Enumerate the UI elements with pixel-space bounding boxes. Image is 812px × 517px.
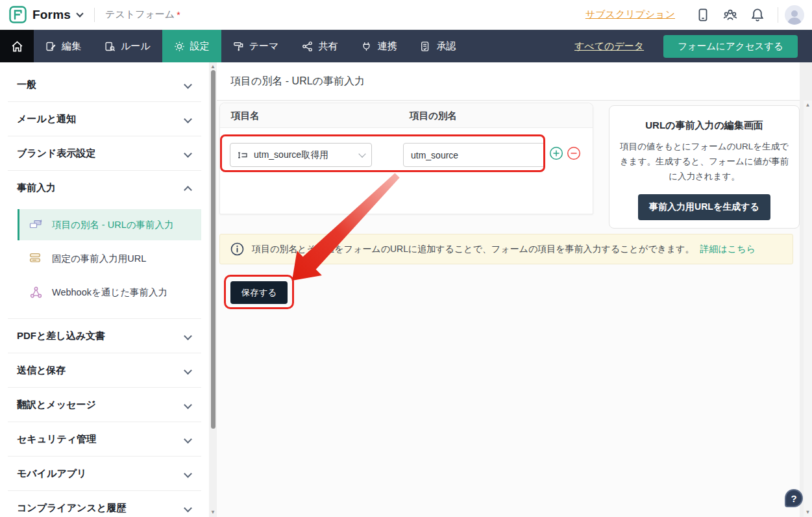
sidebar-item-general[interactable]: 一般 [8, 68, 201, 102]
sidebar-item-label: コンプライアンスと履歴 [8, 502, 126, 514]
chevron-down-icon [184, 81, 192, 89]
url-prefill-panel: URLの事前入力の編集画面 項目の値をもとにフォームのURLを生成できます。生成… [609, 105, 800, 229]
content-scrollbar[interactable]: ▲ ▼ [804, 101, 812, 517]
sidebar-subitem-label: 固定の事前入力用URL [52, 253, 146, 265]
user-avatar[interactable] [785, 5, 804, 25]
webhook-icon [29, 286, 43, 299]
chevron-down-icon [184, 470, 192, 478]
sidebar-subitem-label: Webhookを通じた事前入力 [52, 286, 167, 299]
scroll-down-icon[interactable]: ▼ [806, 510, 811, 515]
sidebar-item-label: モバイルアプリ [8, 468, 86, 480]
column-header-field-name: 項目名 [231, 103, 260, 128]
sidebar-subitem-label: 項目の別名 - URLの事前入力 [52, 219, 174, 231]
approval-doc-icon [420, 41, 431, 52]
share-nodes-icon [302, 41, 313, 52]
page-title: 項目の別名 - URLの事前入力 [230, 75, 365, 88]
alias-table-card: 項目名 項目の別名 utm_source取得用 [219, 103, 593, 214]
form-nav-bar: 編集 ルール 設定 テーマ [0, 30, 812, 62]
theme-brush-icon [233, 41, 244, 52]
add-row-button[interactable] [549, 146, 563, 160]
home-button[interactable] [0, 30, 34, 62]
tab-approvals[interactable]: 承認 [408, 30, 467, 62]
tab-integrations[interactable]: 連携 [349, 30, 408, 62]
sidebar-subitem-field-alias-url-prefill[interactable]: 項目の別名 - URLの事前入力 [18, 209, 201, 240]
sidebar-item-label: ブランド表示設定 [8, 147, 95, 160]
chevron-down-icon [358, 150, 365, 157]
subscription-link[interactable]: サブスクリプション [585, 8, 675, 21]
sidebar-item-label: セキュリティ管理 [8, 433, 96, 446]
help-button[interactable]: ? [785, 489, 803, 507]
integration-plug-icon [361, 41, 372, 52]
chevron-down-icon [184, 149, 192, 158]
sidebar-item-prefill[interactable]: 事前入力 [8, 171, 201, 205]
page-title-bar: 項目の別名 - URLの事前入力 [217, 62, 800, 101]
field-alias-icon [29, 219, 43, 231]
sidebar-item-label: メールと通知 [8, 113, 76, 125]
edit-icon [45, 41, 56, 52]
top-bar: Forms テストフォーム * サブスクリプション [0, 0, 812, 30]
scroll-up-icon[interactable]: ▲ [806, 103, 811, 108]
sidebar-item-email-notifications[interactable]: メールと通知 [8, 102, 201, 136]
info-icon [230, 242, 244, 256]
chevron-down-icon [184, 115, 192, 123]
chevron-down-icon [184, 504, 192, 512]
info-text: 項目の別名とその値をフォームのURLに追加することで、フォームの項目を事前入力す… [252, 244, 695, 255]
sidebar-item-compliance-history[interactable]: コンプライアンスと履歴 [8, 491, 201, 517]
sidebar-item-pdf-merge[interactable]: PDFと差し込み文書 [8, 319, 201, 353]
alias-input[interactable] [403, 143, 545, 167]
tab-edit[interactable]: 編集 [34, 30, 93, 62]
gear-icon [174, 41, 185, 52]
tab-label: 承認 [436, 40, 456, 53]
panel-title: URLの事前入力の編集画面 [609, 120, 799, 132]
rules-icon [105, 41, 116, 52]
sidebar-subitem-fixed-prefill-url[interactable]: 固定の事前入力用URL [18, 243, 201, 274]
details-link[interactable]: 詳細はこちら [700, 244, 756, 255]
sidebar-scrollbar[interactable]: ▲ ▼ [209, 62, 217, 517]
tab-label: 設定 [190, 40, 210, 53]
tab-rules[interactable]: ルール [93, 30, 162, 62]
form-title[interactable]: テストフォーム [105, 8, 175, 21]
prefill-submenu: 項目の別名 - URLの事前入力 固定の事前入力用URL [8, 205, 201, 319]
users-icon[interactable] [723, 8, 737, 22]
save-button[interactable]: 保存する [230, 281, 288, 304]
scroll-up-icon[interactable]: ▲ [210, 64, 215, 69]
access-form-button[interactable]: フォームにアクセスする [663, 35, 798, 58]
app-name: Forms [32, 8, 71, 22]
field-select-dropdown[interactable]: utm_source取得用 [230, 143, 372, 167]
unsaved-asterisk: * [177, 10, 180, 20]
all-data-link[interactable]: すべてのデータ [574, 40, 644, 53]
tab-settings[interactable]: 設定 [162, 30, 221, 62]
sidebar-item-security[interactable]: セキュリティ管理 [8, 422, 201, 457]
table-header-row: 項目名 項目の別名 [220, 103, 593, 128]
single-line-field-icon [237, 150, 248, 160]
panel-description: 項目の値をもとにフォームのURLを生成できます。生成すると、フォームに値が事前に… [619, 140, 790, 184]
generate-prefill-url-button[interactable]: 事前入力用URLを生成する [638, 194, 770, 220]
sidebar-item-label: 翻訳とメッセージ [8, 399, 96, 411]
sidebar-scrollbar-thumb[interactable] [211, 70, 215, 429]
divider [778, 7, 778, 23]
fixed-url-icon [29, 253, 43, 264]
tab-label: 編集 [62, 40, 81, 53]
info-bar: 項目の別名とその値をフォームのURLに追加することで、フォームの項目を事前入力す… [219, 234, 793, 264]
settings-sidebar: 一般 メールと通知 ブランド表示設定 事前入力 項目の別名 - URLの事前入力 [0, 62, 209, 517]
sidebar-subitem-webhook-prefill[interactable]: Webhookを通じた事前入力 [18, 277, 201, 308]
tab-theme[interactable]: テーマ [221, 30, 291, 62]
field-select-value: utm_source取得用 [254, 149, 360, 161]
divider [94, 8, 95, 22]
sidebar-item-submit-save[interactable]: 送信と保存 [8, 353, 201, 388]
tab-share[interactable]: 共有 [290, 30, 349, 62]
chevron-down-icon [184, 332, 192, 340]
forms-logo-icon [9, 6, 27, 23]
chevron-down-icon [184, 435, 192, 444]
app-switcher-chevron-icon[interactable] [76, 10, 83, 17]
scroll-down-icon[interactable]: ▼ [210, 510, 215, 515]
tab-label: ルール [121, 40, 151, 53]
sidebar-item-branding[interactable]: ブランド表示設定 [8, 136, 201, 171]
sidebar-item-translation-messages[interactable]: 翻訳とメッセージ [8, 388, 201, 422]
remove-row-button[interactable] [567, 146, 581, 160]
notifications-bell-icon[interactable] [750, 8, 765, 22]
tab-label: テーマ [249, 40, 279, 53]
tab-label: 連携 [377, 40, 397, 53]
sidebar-item-mobile-app[interactable]: モバイルアプリ [8, 457, 201, 491]
mobile-app-icon[interactable] [696, 8, 710, 22]
